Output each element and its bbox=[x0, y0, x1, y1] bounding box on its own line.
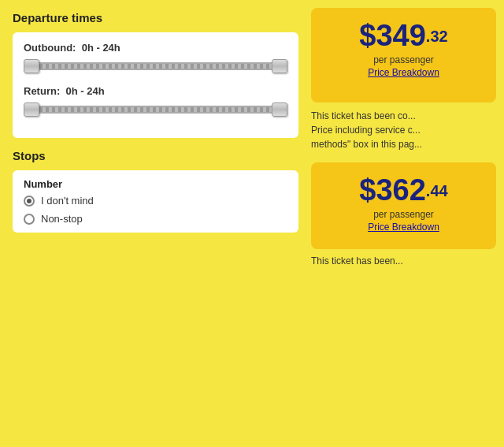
number-label: Number bbox=[24, 178, 287, 190]
price-cents-1: .32 bbox=[426, 28, 448, 45]
outbound-slider-inner bbox=[33, 64, 278, 69]
notice-text-2: This ticket has been... bbox=[311, 249, 504, 268]
return-slider-handle-right[interactable] bbox=[272, 102, 287, 117]
price-card-1: $349.32 per passenger Price Breakdown bbox=[311, 8, 496, 102]
left-panel: Departure times Outbound: 0h - 24h Retur… bbox=[0, 0, 311, 447]
radio-row-1[interactable]: Non-stop bbox=[24, 213, 287, 225]
radio-dont-mind[interactable] bbox=[24, 196, 35, 207]
departure-times-title: Departure times bbox=[13, 11, 298, 24]
price-dollars-1: $349 bbox=[359, 19, 426, 52]
price-dollars-2: $362 bbox=[359, 173, 426, 207]
notice-text-1: This ticket has been co... Price includi… bbox=[311, 102, 504, 158]
stops-section: Stops Number I don't mind Non-stop bbox=[13, 149, 298, 233]
radio-nonstop-label: Non-stop bbox=[41, 213, 83, 225]
return-slider-track bbox=[24, 106, 287, 114]
stops-title: Stops bbox=[13, 149, 298, 162]
right-panel: $349.32 per passenger Price Breakdown Th… bbox=[311, 0, 504, 447]
return-slider[interactable] bbox=[24, 102, 287, 117]
outbound-slider-handle-left[interactable] bbox=[24, 59, 39, 73]
return-slider-inner bbox=[33, 107, 278, 112]
return-label-text: Return: bbox=[24, 85, 60, 97]
return-label: Return: 0h - 24h bbox=[24, 85, 287, 97]
radio-dont-mind-label: I don't mind bbox=[41, 195, 94, 207]
price-main-2: $362.44 bbox=[324, 173, 484, 207]
return-slider-handle-left[interactable] bbox=[24, 102, 39, 117]
radio-nonstop[interactable] bbox=[24, 214, 35, 225]
price-main-1: $349.32 bbox=[324, 19, 484, 53]
price-breakdown-link-1[interactable]: Price Breakdown bbox=[324, 67, 484, 78]
outbound-slider[interactable] bbox=[24, 58, 287, 74]
outbound-label: Outbound: 0h - 24h bbox=[24, 42, 287, 54]
departure-filter-card: Outbound: 0h - 24h Return: 0h - 24h bbox=[13, 32, 298, 138]
price-card-2: $362.44 per passenger Price Breakdown bbox=[311, 162, 496, 249]
outbound-slider-handle-right[interactable] bbox=[272, 59, 287, 73]
price-per-pax-2: per passenger bbox=[324, 209, 484, 220]
outbound-label-text: Outbound: bbox=[24, 42, 76, 54]
radio-row-0[interactable]: I don't mind bbox=[24, 195, 287, 207]
outbound-range: 0h - 24h bbox=[82, 42, 120, 54]
price-per-pax-1: per passenger bbox=[324, 54, 484, 65]
outbound-slider-track bbox=[24, 62, 287, 70]
price-breakdown-link-2[interactable]: Price Breakdown bbox=[324, 222, 484, 233]
stops-card: Number I don't mind Non-stop bbox=[13, 170, 298, 233]
price-cents-2: .44 bbox=[426, 182, 448, 199]
return-range: 0h - 24h bbox=[65, 85, 104, 97]
